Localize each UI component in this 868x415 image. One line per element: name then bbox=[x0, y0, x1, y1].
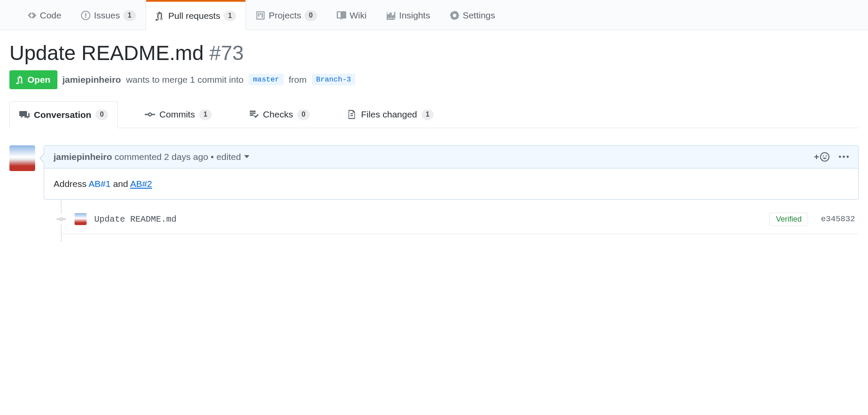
tab-conversation-label: Conversation bbox=[34, 110, 91, 120]
book-icon bbox=[337, 11, 346, 20]
pr-meta-mid: from bbox=[289, 75, 307, 85]
tab-files-changed-label: Files changed bbox=[361, 109, 417, 120]
tab-checks[interactable]: Checks 0 bbox=[239, 101, 320, 128]
tab-commits-label: Commits bbox=[159, 109, 195, 120]
tab-pull-requests-count: 1 bbox=[224, 11, 236, 21]
state-badge-open: Open bbox=[9, 70, 57, 89]
comment-meta: commented 2 days ago bbox=[115, 152, 208, 162]
link-ab2[interactable]: AB#2 bbox=[130, 179, 152, 189]
tab-settings[interactable]: Settings bbox=[440, 0, 505, 30]
repo-nav: Code Issues 1 Pull requests 1 Projects 0… bbox=[0, 0, 868, 30]
pr-title: Update README.md bbox=[9, 42, 204, 64]
comment-author[interactable]: jamiepinheiro bbox=[54, 152, 112, 162]
commit-row: Update README.md Verified e345832 bbox=[61, 213, 859, 234]
pr-header: Update README.md #73 Open jamiepinheiro … bbox=[0, 30, 868, 89]
tab-insights-label: Insights bbox=[399, 10, 430, 21]
tab-insights[interactable]: Insights bbox=[377, 0, 440, 30]
add-reaction-button[interactable]: + bbox=[814, 152, 829, 162]
timeline: jamiepinheiro commented 2 days ago • edi… bbox=[44, 145, 859, 242]
tab-wiki-label: Wiki bbox=[350, 10, 367, 21]
comment-body-prefix: Address bbox=[54, 179, 89, 189]
tab-checks-count: 0 bbox=[297, 109, 310, 120]
tab-issues-count: 1 bbox=[123, 10, 136, 21]
comment-box: jamiepinheiro commented 2 days ago • edi… bbox=[44, 145, 859, 200]
timeline-commits: Update README.md Verified e345832 bbox=[61, 200, 859, 242]
git-commit-icon bbox=[145, 109, 155, 120]
issue-opened-icon bbox=[81, 11, 90, 20]
pr-number: #73 bbox=[210, 42, 244, 64]
verified-badge[interactable]: Verified bbox=[769, 213, 808, 226]
tab-projects-count: 0 bbox=[305, 10, 317, 21]
gear-icon bbox=[450, 11, 459, 20]
tab-wiki[interactable]: Wiki bbox=[327, 0, 377, 30]
comment-sep: • bbox=[211, 152, 214, 162]
comment-header: jamiepinheiro commented 2 days ago • edi… bbox=[44, 146, 858, 168]
pr-tabs: Conversation 0 Commits 1 Checks 0 Files … bbox=[9, 101, 859, 128]
head-branch[interactable]: Branch-3 bbox=[312, 74, 356, 85]
discussion: jamiepinheiro commented 2 days ago • edi… bbox=[0, 128, 868, 242]
git-commit-icon bbox=[56, 214, 67, 225]
tab-files-changed[interactable]: Files changed 1 bbox=[337, 101, 444, 128]
tab-files-changed-count: 1 bbox=[422, 109, 434, 120]
graph-icon bbox=[386, 11, 396, 20]
comment-body: Address AB#1 and AB#2 bbox=[44, 168, 858, 199]
tab-conversation[interactable]: Conversation 0 bbox=[9, 101, 118, 128]
tab-commits[interactable]: Commits 1 bbox=[135, 101, 221, 128]
tab-conversation-count: 0 bbox=[96, 109, 108, 120]
tab-checks-label: Checks bbox=[263, 109, 293, 120]
project-icon bbox=[256, 11, 265, 20]
chevron-down-icon[interactable] bbox=[244, 155, 249, 158]
avatar-small[interactable] bbox=[75, 213, 87, 225]
tab-pull-requests[interactable]: Pull requests 1 bbox=[146, 0, 246, 30]
smiley-icon bbox=[820, 152, 829, 162]
commit-sha[interactable]: e345832 bbox=[821, 214, 855, 224]
comment-body-mid: and bbox=[111, 179, 130, 189]
link-ab1[interactable]: AB#1 bbox=[89, 179, 111, 189]
tab-commits-count: 1 bbox=[199, 109, 212, 120]
tab-pull-requests-label: Pull requests bbox=[168, 11, 220, 21]
pr-title-row: Update README.md #73 bbox=[9, 40, 859, 66]
tab-issues-label: Issues bbox=[94, 10, 120, 21]
tab-projects-label: Projects bbox=[269, 10, 301, 21]
tab-settings-label: Settings bbox=[463, 10, 495, 21]
comment-actions: + bbox=[814, 152, 849, 162]
comment-discussion-icon bbox=[19, 110, 30, 120]
code-icon bbox=[27, 11, 36, 20]
tab-issues[interactable]: Issues 1 bbox=[71, 0, 146, 30]
file-diff-icon bbox=[347, 109, 357, 120]
checklist-icon bbox=[248, 109, 259, 120]
tab-code-label: Code bbox=[40, 10, 61, 21]
git-pull-request-icon bbox=[156, 11, 165, 21]
kebab-menu[interactable] bbox=[839, 156, 849, 158]
state-badge-label: Open bbox=[27, 75, 51, 85]
pr-meta: Open jamiepinheiro wants to merge 1 comm… bbox=[9, 70, 859, 89]
base-branch[interactable]: master bbox=[248, 74, 283, 85]
pr-author[interactable]: jamiepinheiro bbox=[63, 75, 121, 85]
commit-message[interactable]: Update README.md bbox=[94, 214, 177, 224]
tab-code[interactable]: Code bbox=[17, 0, 71, 30]
pr-meta-prefix: wants to merge 1 commit into bbox=[126, 75, 243, 85]
tab-projects[interactable]: Projects 0 bbox=[246, 0, 327, 30]
comment-edited[interactable]: edited bbox=[216, 152, 241, 162]
avatar[interactable] bbox=[9, 145, 35, 171]
git-pull-request-icon bbox=[16, 75, 25, 84]
